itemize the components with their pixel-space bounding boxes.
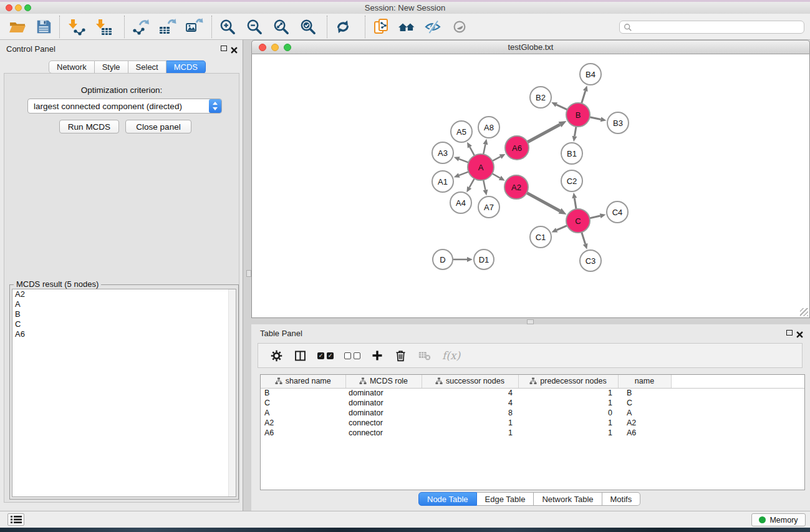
node-A3[interactable]: A3 [432, 142, 453, 163]
task-history-button[interactable] [7, 513, 24, 526]
edge-B-B1[interactable] [574, 127, 576, 137]
edge-A-A2[interactable] [492, 173, 500, 178]
node-A8[interactable]: A8 [478, 117, 499, 138]
table-row[interactable]: A6connector11A6 [261, 428, 804, 438]
zoom-in-button[interactable] [215, 15, 240, 39]
col-shared-name[interactable]: shared name [261, 375, 345, 388]
node-A4[interactable]: A4 [450, 192, 471, 213]
minimize-window-button[interactable] [15, 4, 22, 11]
close-table-panel-icon[interactable] [796, 329, 803, 341]
refresh-layout-button[interactable] [330, 15, 355, 39]
close-network-button[interactable] [259, 44, 266, 51]
minimize-network-button[interactable] [271, 44, 279, 51]
node-C2[interactable]: C2 [561, 170, 582, 191]
tab-edge-table[interactable]: Edge Table [477, 492, 534, 506]
table-settings-gear-icon[interactable] [270, 349, 283, 362]
run-mcds-button[interactable]: Run MCDS [59, 120, 119, 133]
edge-A-A4[interactable] [470, 178, 475, 187]
show-all-button[interactable] [447, 15, 472, 39]
mcds-result-item[interactable]: A6 [12, 329, 236, 339]
hide-selected-button[interactable] [420, 15, 445, 39]
select-all-columns-icon[interactable]: ✓✓ [317, 352, 334, 359]
node-C4[interactable]: C4 [607, 201, 628, 223]
node-B1[interactable]: B1 [561, 143, 582, 164]
node-A2[interactable]: A2 [504, 175, 528, 199]
node-A6[interactable]: A6 [505, 136, 529, 160]
search-field[interactable] [619, 21, 804, 34]
node-A5[interactable]: A5 [451, 121, 472, 142]
show-columns-icon[interactable] [294, 349, 307, 362]
col-predecessor-nodes[interactable]: predecessor nodes [518, 375, 618, 388]
zoom-fit-button[interactable] [269, 15, 294, 39]
export-image-button[interactable] [181, 15, 206, 39]
horizontal-splitter-grip[interactable] [527, 319, 534, 324]
network-canvas[interactable]: B4B2BB3A8A5A6A3B1AA1C2A2A4A7C4CC1DD1C3 [251, 54, 810, 318]
vertical-splitter-grip[interactable] [246, 270, 251, 277]
edge-B-B4[interactable] [582, 91, 586, 104]
scrollbar-track[interactable] [228, 289, 236, 496]
node-C1[interactable]: C1 [530, 226, 551, 248]
float-panel-icon[interactable] [221, 46, 227, 51]
col-successor-nodes[interactable]: successor nodes [422, 375, 518, 388]
edge-A-A7[interactable] [483, 180, 485, 190]
edge-A2-C[interactable] [527, 193, 560, 211]
mcds-result-item[interactable]: A2 [12, 289, 236, 299]
zoom-out-button[interactable] [242, 15, 267, 39]
edge-B-B3[interactable] [590, 117, 601, 120]
table-row[interactable]: Cdominator41C [261, 398, 804, 408]
zoom-selected-button[interactable] [296, 15, 321, 39]
close-window-button[interactable] [6, 4, 12, 11]
mcds-result-list[interactable]: A2ABCA6 [12, 289, 236, 497]
mcds-result-item[interactable]: B [12, 309, 236, 319]
edge-A-A3[interactable] [459, 159, 468, 163]
edge-A-A8[interactable] [483, 144, 485, 154]
edge-C-C4[interactable] [590, 216, 600, 218]
tab-network[interactable]: Network [49, 60, 95, 74]
table-row[interactable]: Adominator80A [261, 408, 804, 418]
open-session-button[interactable] [5, 15, 30, 39]
edge-C-C1[interactable] [557, 226, 567, 230]
float-table-panel-icon[interactable] [786, 330, 793, 336]
search-input[interactable] [635, 22, 800, 32]
network-window-titlebar[interactable]: testGlobe.txt [251, 40, 810, 54]
node-B3[interactable]: B3 [607, 112, 629, 133]
zoom-window-button[interactable] [24, 4, 31, 11]
export-network-button[interactable] [128, 15, 153, 39]
close-panel-icon[interactable] [231, 45, 238, 56]
delete-trash-icon[interactable] [394, 349, 407, 362]
resize-grip[interactable] [800, 308, 808, 316]
node-C[interactable]: C [566, 209, 590, 233]
criterion-dropdown[interactable]: largest connected component (directed) [27, 99, 222, 114]
tab-select[interactable]: Select [128, 60, 166, 74]
col-mcds-role[interactable]: MCDS role [345, 375, 422, 388]
network-document-button[interactable] [369, 15, 394, 39]
save-session-button[interactable] [31, 15, 56, 39]
home-view-button[interactable] [394, 15, 419, 39]
tab-mcds[interactable]: MCDS [166, 60, 206, 74]
close-panel-button[interactable]: Close panel [125, 120, 191, 133]
node-D1[interactable]: D1 [474, 249, 494, 269]
tab-style[interactable]: Style [95, 60, 128, 74]
table-row[interactable]: Bdominator41B [261, 388, 804, 398]
edge-A-A1[interactable] [459, 172, 468, 175]
add-row-plus-icon[interactable] [371, 349, 383, 362]
col-name[interactable]: name [618, 375, 671, 388]
deselect-all-columns-icon[interactable] [344, 352, 360, 359]
zoom-network-button[interactable] [284, 44, 291, 51]
node-B2[interactable]: B2 [530, 87, 551, 108]
node-A1[interactable]: A1 [432, 171, 453, 192]
mcds-result-item[interactable]: A [12, 299, 236, 309]
table-row[interactable]: A2connector11A2 [261, 418, 804, 428]
mcds-result-item[interactable]: C [12, 319, 236, 329]
import-network-button[interactable] [64, 15, 89, 39]
node-D[interactable]: D [433, 249, 453, 269]
memory-button[interactable]: Memory [751, 513, 806, 526]
import-table-button[interactable] [91, 15, 116, 39]
edge-A-A5[interactable] [470, 147, 475, 156]
node-B4[interactable]: B4 [580, 64, 601, 85]
edge-C-C3[interactable] [582, 232, 586, 244]
edge-A-A6[interactable] [493, 157, 501, 161]
tab-motifs[interactable]: Motifs [602, 492, 641, 506]
edge-B-B2[interactable] [556, 105, 567, 110]
node-C3[interactable]: C3 [580, 250, 601, 271]
